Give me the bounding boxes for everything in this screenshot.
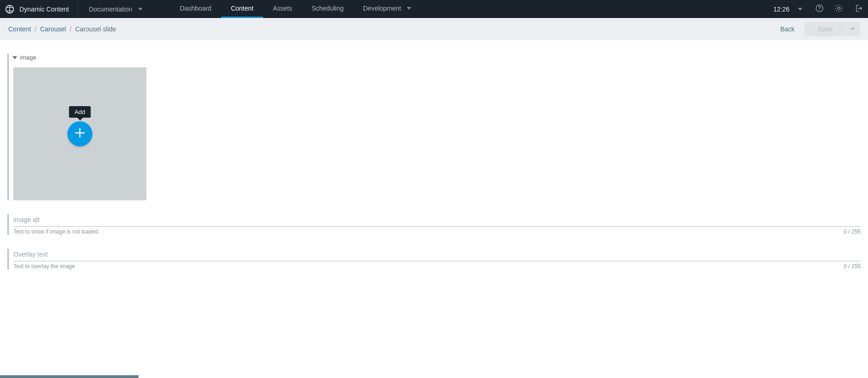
nav-assets[interactable]: Assets bbox=[263, 0, 302, 18]
image-field-title: image bbox=[20, 54, 36, 61]
image-alt-counter: 0 / 255 bbox=[844, 228, 861, 235]
overlay-text-input[interactable] bbox=[13, 249, 861, 261]
chevron-down-icon bbox=[850, 28, 855, 30]
back-button[interactable]: Back bbox=[770, 22, 805, 36]
nav-content[interactable]: Content bbox=[221, 0, 263, 18]
clock-time: 12:26 bbox=[773, 6, 790, 13]
nav-dashboard-label: Dashboard bbox=[180, 5, 211, 12]
editor-body: image Add Text to show if image is not l… bbox=[0, 54, 868, 270]
save-button-group: Save bbox=[805, 22, 860, 36]
clock-selector[interactable]: 12:26 bbox=[766, 0, 810, 18]
save-button-caret[interactable] bbox=[846, 22, 860, 36]
settings-button[interactable] bbox=[829, 0, 849, 18]
nav-scheduling-label: Scheduling bbox=[312, 5, 344, 12]
chevron-down-icon bbox=[12, 56, 17, 59]
sub-bar: Content / Carousel / Carousel slide Back… bbox=[0, 18, 868, 40]
overlay-text-counter: 0 / 255 bbox=[844, 263, 861, 270]
chevron-down-icon bbox=[798, 8, 802, 11]
image-alt-input[interactable] bbox=[13, 214, 861, 227]
breadcrumb-separator: / bbox=[70, 25, 72, 33]
svg-point-2 bbox=[819, 10, 820, 11]
brand: Dynamic Content bbox=[0, 0, 78, 18]
gear-icon bbox=[834, 4, 844, 14]
image-alt-field: Text to show if image is not loaded 0 / … bbox=[7, 214, 861, 235]
brand-name: Dynamic Content bbox=[19, 6, 69, 13]
carousel-indicator-bar bbox=[0, 375, 139, 378]
top-bar: Dynamic Content Documentation Dashboard … bbox=[0, 0, 868, 18]
main-nav: Dashboard Content Assets Scheduling Deve… bbox=[170, 0, 421, 18]
nav-dashboard[interactable]: Dashboard bbox=[170, 0, 221, 18]
help-icon bbox=[815, 4, 824, 14]
logout-button[interactable] bbox=[849, 0, 868, 18]
add-image-button[interactable] bbox=[67, 121, 92, 146]
breadcrumb-carousel[interactable]: Carousel bbox=[40, 25, 66, 33]
plus-icon bbox=[73, 126, 86, 141]
save-button[interactable]: Save bbox=[805, 22, 845, 36]
svg-point-3 bbox=[838, 7, 840, 9]
chevron-down-icon bbox=[407, 7, 411, 10]
breadcrumb-content[interactable]: Content bbox=[8, 25, 31, 33]
image-alt-hint: Text to show if image is not loaded bbox=[13, 228, 98, 235]
overlay-text-field: Text to overlay the image 0 / 255 bbox=[7, 249, 861, 270]
overlay-text-hint: Text to overlay the image bbox=[13, 263, 75, 270]
chevron-down-icon bbox=[138, 8, 143, 11]
image-dropzone[interactable]: Add bbox=[13, 67, 146, 200]
breadcrumb-current: Carousel slide bbox=[75, 25, 116, 33]
nav-development-label: Development bbox=[363, 5, 401, 12]
hub-selector-label: Documentation bbox=[89, 6, 132, 13]
nav-scheduling[interactable]: Scheduling bbox=[302, 0, 353, 18]
nav-development[interactable]: Development bbox=[353, 0, 421, 18]
add-tooltip: Add bbox=[69, 106, 90, 118]
hub-selector[interactable]: Documentation bbox=[78, 0, 170, 18]
nav-content-label: Content bbox=[231, 5, 253, 12]
nav-assets-label: Assets bbox=[273, 5, 292, 12]
image-field-header[interactable]: image bbox=[13, 54, 861, 61]
breadcrumb-separator: / bbox=[35, 25, 36, 33]
breadcrumb: Content / Carousel / Carousel slide bbox=[8, 25, 770, 33]
logout-icon bbox=[854, 4, 863, 14]
help-button[interactable] bbox=[810, 0, 829, 18]
image-field-group: image Add bbox=[7, 54, 861, 200]
brand-logo-icon bbox=[5, 4, 15, 14]
